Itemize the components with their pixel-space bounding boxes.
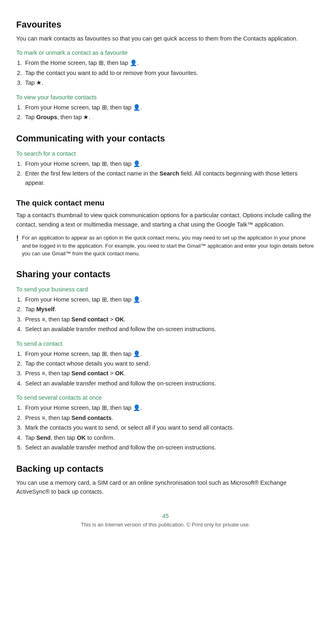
step-item: Select an available transfer method and … [24, 443, 315, 452]
menu-icon: ≡ [42, 370, 45, 377]
person-icon: 👤 [130, 60, 137, 66]
page-footer: 45 This is an Internet version of this p… [16, 513, 315, 528]
backing-up-title: Backing up contacts [16, 464, 315, 474]
step-item: Select an available transfer method and … [24, 379, 315, 388]
grid-icon: ⊞ [102, 160, 107, 167]
quick-contact-body: Tap a contact's thumbnail to view quick … [16, 211, 315, 229]
step-item: Tap ★. [24, 78, 315, 87]
step-item: Mark the contacts you want to send, or s… [24, 423, 315, 432]
step-item: Tap the contact you want to add to or re… [24, 68, 315, 77]
steps-search: From your Home screen, tap ⊞, then tap 👤… [24, 159, 315, 187]
step-item: Tap Groups, then tap ★. [24, 113, 315, 122]
star-icon: ★ [83, 114, 88, 120]
step-item: From your Home screen, tap ⊞, then tap 👤… [24, 295, 315, 304]
footer-note: This is an Internet version of this publ… [16, 522, 315, 528]
warning-block: ! For an application to appear as an opt… [16, 234, 315, 258]
backing-up-body: You can use a memory card, a SIM card or… [16, 478, 315, 496]
grid-icon: ⊞ [102, 404, 107, 411]
grid-icon: ⊞ [102, 296, 107, 303]
warning-text: For an application to appear as an optio… [22, 234, 315, 258]
step-item: Tap Myself. [24, 305, 315, 314]
subsection-title-view: To view your favourite contacts [16, 94, 315, 101]
subsection-title-send-several: To send several contacts at once [16, 394, 315, 401]
step-item: From your Home screen, tap ⊞, then tap 👤… [24, 349, 315, 358]
person-icon: 👤 [133, 104, 140, 111]
menu-icon: ≡ [42, 415, 45, 421]
steps-send-contact: From your Home screen, tap ⊞, then tap 👤… [24, 349, 315, 388]
step-item: Press ≡, then tap Send contacts. [24, 413, 315, 422]
steps-business-card: From your Home screen, tap ⊞, then tap 👤… [24, 295, 315, 334]
menu-icon: ≡ [42, 316, 45, 323]
quick-contact-title: The quick contact menu [16, 199, 315, 208]
step-item: Press ≡, then tap Send contact > OK. [24, 315, 315, 324]
step-item: Tap Send, then tap OK to confirm. [24, 433, 315, 442]
warning-icon: ! [16, 234, 19, 243]
grid-icon: ⊞ [102, 104, 107, 111]
step-item: From the Home screen, tap ⊞, then tap 👤. [24, 58, 315, 67]
steps-send-several: From your Home screen, tap ⊞, then tap 👤… [24, 403, 315, 452]
grid-icon: ⊞ [99, 60, 104, 66]
subsection-title-send-contact: To send a contact [16, 340, 315, 347]
person-icon: 👤 [133, 296, 140, 303]
step-item: From your Home screen, tap ⊞, then tap 👤… [24, 103, 315, 112]
page-number: 45 [16, 513, 315, 519]
sharing-title: Sharing your contacts [16, 269, 315, 280]
subsection-title-search: To search for a contact [16, 150, 315, 157]
grid-icon: ⊞ [102, 351, 107, 357]
favourites-intro: You can mark contacts as favourites so t… [16, 34, 315, 43]
person-icon: 👤 [133, 160, 140, 167]
step-item: From your Home screen, tap ⊞, then tap 👤… [24, 403, 315, 412]
steps-mark: From the Home screen, tap ⊞, then tap 👤.… [24, 58, 315, 87]
person-icon: 👤 [133, 351, 140, 357]
subsection-title-business-card: To send your business card [16, 286, 315, 293]
communicating-title: Communicating with your contacts [16, 133, 315, 144]
step-item: Enter the first few letters of the conta… [24, 169, 315, 187]
subsection-title-mark: To mark or unmark a contact as a favouri… [16, 49, 315, 56]
favourites-title: Favourites [16, 19, 315, 30]
step-item: From your Home screen, tap ⊞, then tap 👤… [24, 159, 315, 168]
step-item: Select an available transfer method and … [24, 325, 315, 334]
step-item: Press ≡, then tap Send contact > OK. [24, 369, 315, 378]
steps-view: From your Home screen, tap ⊞, then tap 👤… [24, 103, 315, 122]
person-icon: 👤 [133, 404, 140, 411]
step-item: Tap the contact whose details you want t… [24, 359, 315, 368]
star-icon: ★ [36, 79, 41, 86]
